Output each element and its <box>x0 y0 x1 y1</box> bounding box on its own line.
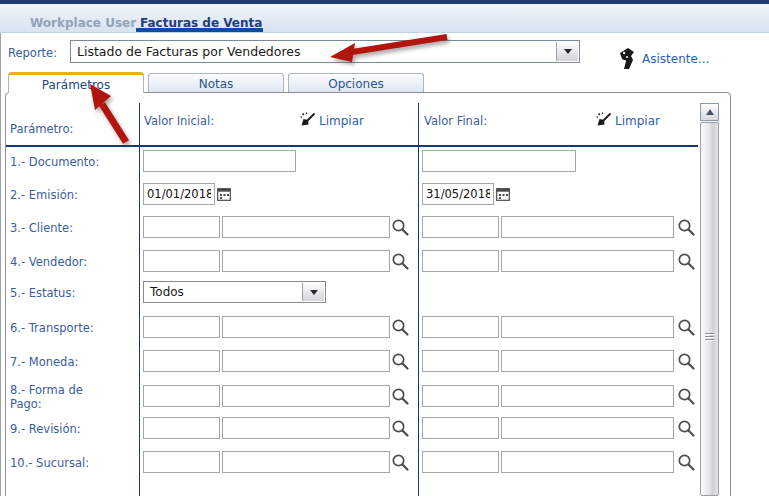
chevron-down-icon[interactable] <box>302 283 324 301</box>
search-icon[interactable] <box>677 419 696 438</box>
calendar-icon[interactable] <box>217 187 231 201</box>
search-icon[interactable] <box>677 387 696 406</box>
param-row-estatus: 5.- Estatus: Todos <box>0 281 769 307</box>
param-label: 10.- Sucursal: <box>10 456 132 470</box>
emision-final-date-input[interactable] <box>422 183 494 205</box>
vendedor-initial-name-input[interactable] <box>222 250 390 272</box>
revision-final-name-input[interactable] <box>501 417 674 439</box>
param-label: 8.- Forma de Pago: <box>10 383 105 411</box>
search-icon[interactable] <box>677 352 696 371</box>
chevron-down-glyph <box>564 49 572 54</box>
cliente-final-name-input[interactable] <box>501 216 674 238</box>
scrollbar-grip <box>705 331 714 339</box>
sucursal-initial-code-input[interactable] <box>143 451 220 473</box>
estatus-select[interactable]: Todos <box>143 281 326 303</box>
chevron-down-icon[interactable] <box>556 42 578 61</box>
revision-initial-name-input[interactable] <box>222 417 390 439</box>
moneda-initial-name-input[interactable] <box>222 350 390 372</box>
module-tab-workplace-user[interactable]: Workplace User <box>30 16 136 30</box>
arrow-up-icon <box>706 109 714 115</box>
transporte-final-name-input[interactable] <box>501 316 674 338</box>
report-select-value: Listado de Facturas por Vendedores <box>77 44 301 59</box>
param-row-revision: 9.- Revisión: <box>0 417 769 443</box>
estatus-select-value: Todos <box>150 285 184 299</box>
column-header-valor-final: Valor Final: <box>424 114 487 128</box>
search-icon[interactable] <box>677 252 696 271</box>
transporte-initial-name-input[interactable] <box>222 316 390 338</box>
forma-pago-initial-code-input[interactable] <box>143 385 220 407</box>
forma-pago-initial-name-input[interactable] <box>222 385 390 407</box>
documento-initial-input[interactable] <box>143 150 296 172</box>
forma-pago-final-code-input[interactable] <box>422 385 499 407</box>
active-module-tab-underline <box>136 28 263 32</box>
search-icon[interactable] <box>391 318 410 337</box>
param-row-sucursal: 10.- Sucursal: <box>0 451 769 477</box>
param-row-emision: 2.- Emisión: <box>0 183 769 209</box>
search-icon[interactable] <box>391 387 410 406</box>
cliente-final-code-input[interactable] <box>422 216 499 238</box>
assistant-link[interactable]: Asistente... <box>617 47 737 71</box>
revision-initial-code-input[interactable] <box>143 417 220 439</box>
scroll-up-button[interactable] <box>700 103 719 121</box>
vertical-scrollbar[interactable] <box>700 103 719 496</box>
param-row-cliente: 3.- Cliente: <box>0 216 769 242</box>
red-arrow-annotation-report <box>322 30 452 64</box>
search-icon[interactable] <box>677 218 696 237</box>
wizard-icon <box>617 47 637 70</box>
scrollbar-thumb[interactable] <box>700 122 719 496</box>
clear-final-label: Limpiar <box>615 114 660 128</box>
search-icon[interactable] <box>391 218 410 237</box>
param-label: 4.- Vendedor: <box>10 255 132 269</box>
column-header-valor-inicial: Valor Inicial: <box>144 114 214 128</box>
search-icon[interactable] <box>391 419 410 438</box>
broom-icon <box>596 112 612 128</box>
param-label: 1.- Documento: <box>10 155 132 169</box>
param-row-moneda: 7.- Moneda: <box>0 350 769 376</box>
vendedor-final-name-input[interactable] <box>501 250 674 272</box>
cliente-initial-code-input[interactable] <box>143 216 220 238</box>
module-tab-bar: Workplace User Facturas de Venta <box>0 4 769 33</box>
tab-notas[interactable]: Notas <box>148 73 284 92</box>
forma-pago-final-name-input[interactable] <box>501 385 674 407</box>
tab-opciones[interactable]: Opciones <box>288 73 424 92</box>
app-window: Workplace User Facturas de Venta Reporte… <box>0 0 769 496</box>
param-label: 6.- Transporte: <box>10 321 132 335</box>
search-icon[interactable] <box>677 318 696 337</box>
column-header-parametro: Parámetro: <box>10 122 73 136</box>
clear-initial-label: Limpiar <box>319 114 364 128</box>
broom-icon <box>300 112 316 128</box>
moneda-final-code-input[interactable] <box>422 350 499 372</box>
vendedor-initial-code-input[interactable] <box>143 250 220 272</box>
emision-initial-date-input[interactable] <box>143 183 215 205</box>
vendedor-final-code-input[interactable] <box>422 250 499 272</box>
search-icon[interactable] <box>677 453 696 472</box>
sucursal-initial-name-input[interactable] <box>222 451 390 473</box>
param-label: 7.- Moneda: <box>10 355 132 369</box>
calendar-icon[interactable] <box>496 187 510 201</box>
transporte-initial-code-input[interactable] <box>143 316 220 338</box>
sucursal-final-name-input[interactable] <box>501 451 674 473</box>
assistant-link-label: Asistente... <box>642 52 709 66</box>
param-row-forma-de-pago: 8.- Forma de Pago: <box>0 385 769 411</box>
param-label: 9.- Revisión: <box>10 422 132 436</box>
search-icon[interactable] <box>391 252 410 271</box>
sucursal-final-code-input[interactable] <box>422 451 499 473</box>
moneda-initial-code-input[interactable] <box>143 350 220 372</box>
param-row-transporte: 6.- Transporte: <box>0 316 769 342</box>
documento-final-input[interactable] <box>422 150 576 172</box>
param-label: 3.- Cliente: <box>10 221 132 235</box>
param-row-vendedor: 4.- Vendedor: <box>0 250 769 276</box>
param-label: 2.- Emisión: <box>10 188 132 202</box>
chevron-down-glyph <box>310 290 318 295</box>
transporte-final-code-input[interactable] <box>422 316 499 338</box>
moneda-final-name-input[interactable] <box>501 350 674 372</box>
search-icon[interactable] <box>391 453 410 472</box>
report-label: Reporte: <box>8 46 57 60</box>
search-icon[interactable] <box>391 352 410 371</box>
param-label: 5.- Estatus: <box>10 286 132 300</box>
revision-final-code-input[interactable] <box>422 417 499 439</box>
cliente-initial-name-input[interactable] <box>222 216 390 238</box>
param-row-documento: 1.- Documento: <box>0 150 769 176</box>
red-arrow-annotation-tab <box>82 78 136 148</box>
